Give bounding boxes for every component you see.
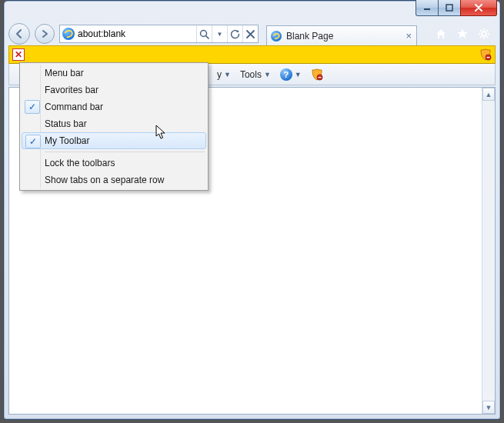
svg-line-10 bbox=[487, 37, 489, 38]
ctx-item-label: Status bar bbox=[45, 118, 87, 129]
svg-line-3 bbox=[206, 36, 209, 38]
command-bar-shield[interactable] bbox=[308, 67, 326, 82]
scroll-down-button[interactable]: ▼ bbox=[482, 401, 495, 414]
my-toolbar-close-button[interactable]: ✕ bbox=[12, 48, 25, 61]
command-bar-help[interactable]: ? ▼ bbox=[277, 67, 305, 82]
ctx-separator bbox=[45, 152, 205, 152]
ctx-item-menu-bar[interactable]: Menu bar bbox=[22, 65, 206, 82]
ctx-item-lock-toolbars[interactable]: Lock the toolbars bbox=[22, 155, 206, 172]
svg-point-4 bbox=[482, 32, 486, 36]
help-icon: ? bbox=[280, 68, 292, 81]
svg-line-11 bbox=[480, 37, 482, 38]
ctx-item-label: Command bar bbox=[45, 102, 103, 112]
ctx-item-tabs-separate-row[interactable]: Show tabs on a separate row bbox=[22, 172, 206, 188]
vertical-scrollbar[interactable]: ▲ ▼ bbox=[482, 88, 495, 414]
svg-line-12 bbox=[487, 30, 489, 32]
chevron-down-icon: ▼ bbox=[224, 71, 231, 78]
check-icon: ✓ bbox=[25, 100, 40, 114]
home-icon bbox=[435, 28, 447, 40]
maximize-icon bbox=[446, 4, 453, 12]
tab-title: Blank Page bbox=[286, 31, 333, 42]
refresh-icon bbox=[230, 29, 240, 39]
ctx-item-my-toolbar[interactable]: ✓ My Toolbar bbox=[22, 132, 206, 149]
search-icon bbox=[199, 29, 209, 39]
gear-icon bbox=[478, 28, 490, 40]
ctx-item-label: Menu bar bbox=[45, 68, 84, 78]
arrow-left-icon bbox=[14, 28, 25, 39]
chevron-down-icon: ▼ bbox=[264, 71, 271, 78]
home-button[interactable] bbox=[434, 27, 448, 41]
my-toolbar-band: ✕ bbox=[8, 45, 496, 64]
address-history-dropdown[interactable]: ▼ bbox=[212, 25, 227, 42]
titlebar-tools bbox=[434, 27, 491, 41]
svg-rect-14 bbox=[487, 57, 490, 58]
tab-strip: Blank Page × bbox=[266, 22, 429, 45]
maximize-button[interactable] bbox=[438, 0, 461, 16]
star-icon bbox=[456, 28, 469, 40]
ctx-item-command-bar[interactable]: ✓ Command bar bbox=[22, 98, 206, 115]
refresh-button[interactable] bbox=[227, 25, 242, 42]
chevron-down-icon: ▼ bbox=[295, 71, 302, 78]
favorites-button[interactable] bbox=[456, 27, 469, 41]
command-bar-tools[interactable]: Tools ▼ bbox=[237, 68, 274, 82]
shield-icon[interactable] bbox=[479, 48, 492, 61]
address-bar[interactable]: ▼ bbox=[59, 25, 259, 43]
stop-button[interactable] bbox=[242, 25, 258, 42]
svg-point-2 bbox=[201, 30, 207, 36]
ie-logo-icon bbox=[62, 28, 75, 40]
address-input[interactable] bbox=[78, 28, 193, 39]
svg-rect-1 bbox=[446, 5, 452, 11]
titlebar bbox=[4, 1, 500, 22]
minimize-button[interactable] bbox=[416, 0, 439, 16]
forward-button[interactable] bbox=[35, 24, 55, 44]
ie-favicon-icon bbox=[271, 31, 282, 42]
arrow-right-icon bbox=[40, 29, 49, 38]
caption-buttons bbox=[416, 0, 497, 22]
ctx-item-label: Lock the toolbars bbox=[45, 158, 115, 168]
ctx-item-label: My Toolbar bbox=[45, 135, 89, 146]
ctx-item-favorites-bar[interactable]: Favorites bar bbox=[22, 82, 206, 98]
minimize-icon bbox=[423, 4, 431, 12]
scroll-up-button[interactable]: ▲ bbox=[482, 88, 495, 101]
tools-gear-button[interactable] bbox=[477, 27, 491, 41]
svg-rect-16 bbox=[318, 77, 321, 78]
toolbar-context-menu: Menu bar Favorites bar ✓ Command bar Sta… bbox=[19, 62, 209, 191]
svg-rect-0 bbox=[424, 8, 430, 10]
shield-icon bbox=[311, 68, 323, 81]
stop-icon bbox=[246, 30, 255, 38]
svg-line-9 bbox=[480, 30, 482, 32]
close-button[interactable] bbox=[460, 0, 497, 16]
search-button[interactable] bbox=[196, 25, 212, 42]
tab-active[interactable]: Blank Page × bbox=[266, 25, 417, 45]
nav-row: ▼ Blank Page × bbox=[8, 22, 496, 45]
browser-window: ▼ Blank Page × bbox=[3, 0, 501, 420]
tab-close-button[interactable]: × bbox=[406, 30, 412, 42]
back-button[interactable] bbox=[8, 23, 30, 45]
close-icon bbox=[474, 4, 483, 12]
command-bar-partial-item[interactable]: y ▼ bbox=[214, 68, 234, 82]
check-icon: ✓ bbox=[25, 135, 41, 148]
ctx-item-label: Show tabs on a separate row bbox=[45, 175, 164, 185]
ctx-item-label: Favorites bar bbox=[45, 85, 98, 95]
ctx-item-status-bar[interactable]: Status bar bbox=[22, 115, 206, 132]
